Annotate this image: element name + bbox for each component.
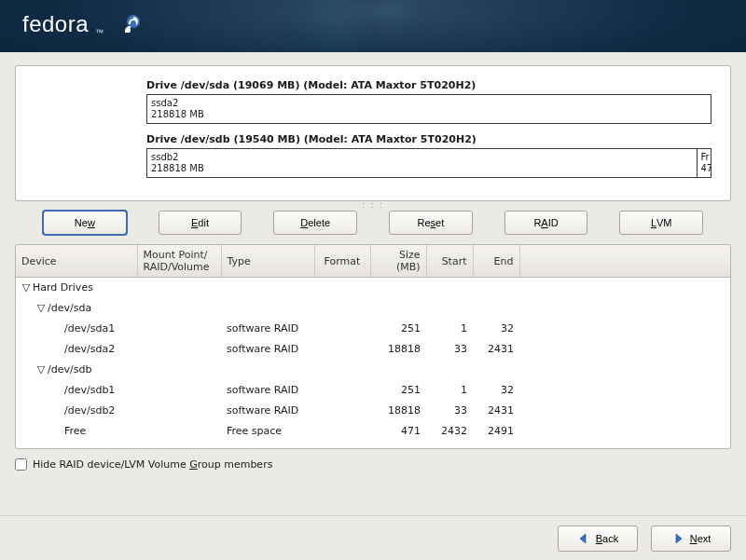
reset-button[interactable]: Reset <box>389 211 473 235</box>
pane-grip[interactable]: : : : <box>15 201 731 211</box>
type-cell: Free space <box>221 421 314 442</box>
device-cell: /dev/sda1 <box>64 322 115 335</box>
device-cell: /dev/sdb1 <box>64 384 115 396</box>
col-type[interactable]: Type <box>221 245 314 278</box>
col-device[interactable]: Device <box>16 245 137 278</box>
format-cell <box>314 360 370 380</box>
start-cell: 1 <box>426 380 473 401</box>
fill-cell <box>519 401 730 421</box>
col-start[interactable]: Start <box>426 245 473 278</box>
device-cell: Hard Drives <box>33 281 93 294</box>
col-end[interactable]: End <box>473 245 519 278</box>
seg-size: 218818 MB <box>151 109 707 120</box>
drive-bar-sda[interactable]: ssda2 218818 MB <box>146 94 711 124</box>
header-banner: fedora ™ <box>0 0 746 52</box>
format-cell <box>314 380 370 401</box>
fedora-tm: ™ <box>95 28 104 37</box>
col-size[interactable]: Size (MB) <box>370 245 426 278</box>
fill-cell <box>519 380 730 401</box>
end-cell: 2431 <box>473 401 519 421</box>
format-cell <box>314 319 370 339</box>
hide-raid-checkbox-row[interactable]: Hide RAID device/LVM Volume Group member… <box>15 458 731 471</box>
device-cell: /dev/sda <box>48 302 91 314</box>
fedora-name: fedora <box>22 11 89 36</box>
partition-table: Device Mount Point/ RAID/Volume Type For… <box>15 244 731 449</box>
table-row[interactable]: FreeFree space47124322491 <box>16 421 730 442</box>
type-cell: software RAID <box>221 401 314 421</box>
end-cell: 32 <box>473 380 519 401</box>
start-cell: 2432 <box>426 421 473 442</box>
mount-cell <box>137 401 221 421</box>
expander-icon[interactable]: ▽ <box>36 302 46 314</box>
col-mount[interactable]: Mount Point/ RAID/Volume <box>137 245 221 278</box>
mount-cell <box>137 360 221 380</box>
type-cell: software RAID <box>221 380 314 401</box>
drive-title-sda: Drive /dev/sda (19069 MB) (Model: ATA Ma… <box>146 79 711 91</box>
format-cell <box>314 298 370 319</box>
seg-label: ssdb2 <box>151 152 693 163</box>
device-cell: /dev/sda2 <box>64 343 115 355</box>
drive-seg-sdb2[interactable]: ssdb2 218818 MB <box>147 149 698 177</box>
raid-button[interactable]: RAID <box>504 211 588 235</box>
drive-seg-sda2[interactable]: ssda2 218818 MB <box>147 95 711 123</box>
drive-bar-sdb[interactable]: ssdb2 218818 MB Fr 47 <box>146 148 711 178</box>
fedora-wordmark: fedora ™ <box>22 11 104 37</box>
size-cell <box>370 298 426 319</box>
drive-title-sdb: Drive /dev/sdb (19540 MB) (Model: ATA Ma… <box>146 133 711 145</box>
table-row[interactable]: /dev/sdb2software RAID18818332431 <box>16 401 730 421</box>
wizard-footer: Back Next <box>0 515 746 560</box>
expander-icon[interactable]: ▽ <box>21 281 31 294</box>
mount-cell <box>137 421 221 442</box>
table-row[interactable]: /dev/sda1software RAID251132 <box>16 319 730 339</box>
expander-icon[interactable]: ▽ <box>36 363 46 376</box>
start-cell <box>426 298 473 319</box>
start-cell: 1 <box>426 319 473 339</box>
seg-size: 47 <box>701 163 707 174</box>
device-cell: /dev/sdb <box>48 363 91 376</box>
end-cell <box>473 298 519 319</box>
size-cell: 18818 <box>370 401 426 421</box>
back-button[interactable]: Back <box>558 526 638 552</box>
size-cell: 18818 <box>370 339 426 360</box>
mount-cell <box>137 319 221 339</box>
format-cell <box>314 401 370 421</box>
edit-button[interactable]: Edit <box>159 211 242 235</box>
mount-cell <box>137 298 221 319</box>
fill-cell <box>519 339 730 360</box>
table-row[interactable]: ▽/dev/sda <box>16 298 730 319</box>
start-cell: 33 <box>426 339 473 360</box>
table-header: Device Mount Point/ RAID/Volume Type For… <box>16 245 730 278</box>
format-cell <box>314 339 370 360</box>
fill-cell <box>519 421 730 442</box>
end-cell: 32 <box>473 319 519 339</box>
arrow-right-icon <box>671 532 684 545</box>
format-cell <box>314 278 370 298</box>
new-button[interactable]: New <box>43 211 127 235</box>
fill-cell <box>519 319 730 339</box>
next-button[interactable]: Next <box>651 526 731 552</box>
type-cell <box>221 278 314 298</box>
lvm-button[interactable]: LVM <box>619 211 703 235</box>
drive-seg-sdb-free[interactable]: Fr 47 <box>698 149 711 177</box>
delete-button[interactable]: Delete <box>273 211 357 235</box>
seg-label: ssda2 <box>151 98 707 109</box>
col-format[interactable]: Format <box>314 245 370 278</box>
table-row[interactable]: ▽/dev/sdb <box>16 360 730 380</box>
type-cell <box>221 298 314 319</box>
size-cell <box>370 278 426 298</box>
start-cell: 33 <box>426 401 473 421</box>
end-cell <box>473 360 519 380</box>
fill-cell <box>519 278 730 298</box>
table-row[interactable]: /dev/sdb1software RAID251132 <box>16 380 730 401</box>
start-cell <box>426 360 473 380</box>
hide-raid-label: Hide RAID device/LVM Volume Group member… <box>33 458 272 471</box>
device-cell: Free <box>64 425 86 437</box>
table-row[interactable]: ▽Hard Drives <box>16 278 730 298</box>
drive-block-sdb: Drive /dev/sdb (19540 MB) (Model: ATA Ma… <box>146 133 711 178</box>
mount-cell <box>137 380 221 401</box>
drive-graph-panel: Drive /dev/sda (19069 MB) (Model: ATA Ma… <box>15 65 731 201</box>
table-row[interactable]: /dev/sda2software RAID18818332431 <box>16 339 730 360</box>
seg-label: Fr <box>701 152 707 163</box>
drive-block-sda: Drive /dev/sda (19069 MB) (Model: ATA Ma… <box>146 79 711 124</box>
hide-raid-checkbox[interactable] <box>15 458 27 471</box>
